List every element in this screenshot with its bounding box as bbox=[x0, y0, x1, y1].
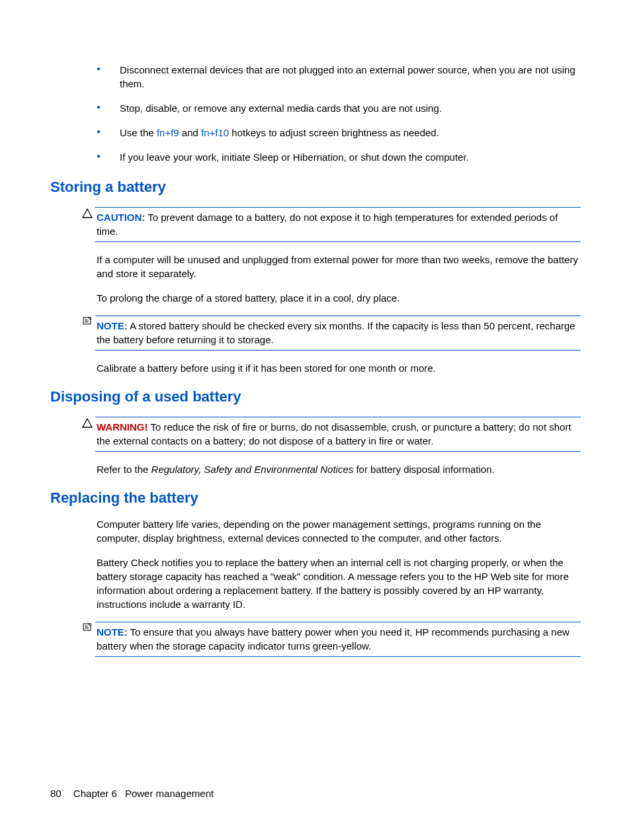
bullet-text-compound: Use the fn+f9 and fn+f10 hotkeys to adju… bbox=[120, 127, 439, 138]
note-icon bbox=[82, 315, 95, 351]
chapter-title: Power management bbox=[125, 788, 214, 799]
text-fragment: Use the bbox=[120, 127, 157, 138]
note-label: NOTE: bbox=[97, 626, 128, 638]
warning-callout: WARNING! To reduce the risk of fire or b… bbox=[82, 417, 581, 452]
paragraph: Calibrate a battery before using it if i… bbox=[97, 361, 581, 375]
caution-label: CAUTION: bbox=[97, 212, 145, 223]
list-item: Stop, disable, or remove any external me… bbox=[97, 101, 581, 115]
caution-icon bbox=[82, 207, 95, 242]
page-number: 80 bbox=[50, 788, 62, 799]
note-callout: NOTE: To ensure that you always have bat… bbox=[82, 622, 581, 657]
italic-text: Regulatory, Safety and Environmental Not… bbox=[151, 464, 354, 475]
list-item: Disconnect external devices that are not… bbox=[97, 63, 581, 91]
bullet-text: Stop, disable, or remove any external me… bbox=[120, 103, 442, 114]
section-heading-disposing: Disposing of a used battery bbox=[50, 387, 581, 407]
paragraph: To prolong the charge of a stored batter… bbox=[97, 291, 581, 305]
warning-body: WARNING! To reduce the risk of fire or b… bbox=[95, 417, 581, 452]
page-content: Disconnect external devices that are not… bbox=[0, 0, 631, 657]
chapter-label: Chapter 6 bbox=[73, 788, 117, 799]
bullet-text: Disconnect external devices that are not… bbox=[120, 64, 575, 89]
text-fragment: and bbox=[179, 127, 201, 138]
hotkey-text: fn+f9 bbox=[157, 127, 179, 138]
warning-text: To reduce the risk of fire or burns, do … bbox=[97, 421, 571, 446]
bullet-text: If you leave your work, initiate Sleep o… bbox=[120, 151, 469, 163]
note-callout: NOTE: A stored battery should be checked… bbox=[82, 315, 581, 351]
text-fragment: hotkeys to adjust screen brightness as n… bbox=[229, 127, 439, 138]
note-text: To ensure that you always have battery p… bbox=[97, 626, 569, 651]
list-item: If you leave your work, initiate Sleep o… bbox=[97, 150, 581, 164]
page-footer: 80 Chapter 6 Power management bbox=[50, 786, 214, 800]
note-icon bbox=[82, 622, 95, 657]
hotkey-text: fn+f10 bbox=[201, 127, 229, 138]
paragraph: If a computer will be unused and unplugg… bbox=[97, 253, 581, 280]
paragraph-compound: Refer to the Regulatory, Safety and Envi… bbox=[97, 462, 581, 476]
paragraph: Battery Check notifies you to replace th… bbox=[97, 556, 581, 611]
note-text: A stored battery should be checked every… bbox=[97, 320, 575, 345]
text-fragment: Refer to the bbox=[97, 464, 151, 475]
section-heading-storing: Storing a battery bbox=[50, 177, 581, 198]
caution-text: To prevent damage to a battery, do not e… bbox=[97, 212, 558, 237]
note-body: NOTE: To ensure that you always have bat… bbox=[95, 622, 581, 657]
note-label: NOTE: bbox=[97, 320, 128, 331]
caution-callout: CAUTION: To prevent damage to a battery,… bbox=[82, 207, 581, 242]
warning-icon bbox=[82, 417, 95, 452]
note-body: NOTE: A stored battery should be checked… bbox=[95, 315, 581, 351]
caution-body: CAUTION: To prevent damage to a battery,… bbox=[95, 207, 581, 242]
list-item: Use the fn+f9 and fn+f10 hotkeys to adju… bbox=[97, 126, 581, 140]
section-heading-replacing: Replacing the battery bbox=[50, 488, 581, 509]
warning-label: WARNING! bbox=[97, 421, 148, 433]
paragraph: Computer battery life varies, depending … bbox=[97, 517, 581, 545]
text-fragment: for battery disposal information. bbox=[353, 464, 494, 475]
bullet-list: Disconnect external devices that are not… bbox=[97, 63, 581, 164]
